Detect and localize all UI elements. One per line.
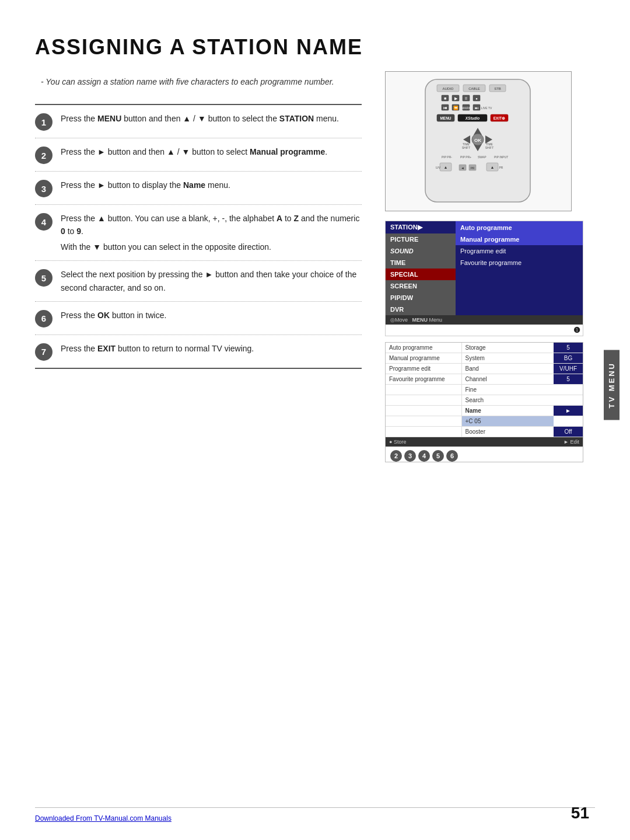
m2-channel-num-label: +C 05 (461, 416, 554, 427)
m2-band-value: V/UHF (554, 364, 583, 374)
menu-item-auto-programme: Auto programme (456, 221, 583, 233)
step-number-3: 3 (35, 180, 52, 197)
menu-item-dvr: DVR (386, 304, 456, 315)
svg-text:PR: PR (499, 166, 503, 169)
svg-text:OK: OK (474, 138, 481, 143)
step-number-6: 6 (35, 310, 52, 327)
remote-svg: AUDIO CABLE STB ■ ▶ II ● ⏮ ⏪ (390, 76, 565, 205)
circle-5: 5 (432, 450, 444, 462)
svg-text:EXIT⊕: EXIT⊕ (494, 116, 505, 120)
steps-section: 1 Press the MENU button and then ▲ / ▼ b… (35, 104, 362, 369)
menu2-edit: ► Edit (564, 439, 579, 445)
m2-booster-label: Booster (461, 427, 554, 437)
step-number-7: 7 (35, 343, 52, 361)
svg-text:◄: ◄ (461, 166, 464, 170)
m2-booster-value: Off (554, 427, 583, 437)
m2-auto-programme: Auto programme (386, 343, 461, 353)
step-number-1: 1 (35, 113, 52, 131)
step-number-5: 5 (35, 269, 52, 287)
m2-storage-value: 5 (554, 343, 583, 353)
m2-band-label: Band (461, 364, 554, 374)
tv-menu-vertical-label: TV MENU (604, 350, 620, 420)
svg-text:PR: PR (471, 166, 475, 170)
step-4-text: Press the ▲ button. You can use a blank,… (61, 212, 362, 253)
svg-text:⏪: ⏪ (453, 105, 459, 110)
svg-text:▲: ▲ (444, 165, 448, 169)
step-7-text: Press the EXIT button to return to norma… (61, 342, 254, 355)
left-content: - You can assign a station name with fiv… (35, 77, 362, 369)
page-number: 51 (571, 804, 589, 822)
step-5: 5 Select the next position by pressing t… (35, 261, 362, 302)
menu-item-favourite-programme: Favourite programme (456, 257, 583, 269)
menu-item-sound: SOUND (386, 245, 456, 257)
step-1-text: Press the MENU button and then ▲ / ▼ but… (61, 112, 339, 125)
menu1-annotation: ❶ (386, 325, 583, 336)
m2-fine-label: Fine (461, 385, 554, 395)
svg-text:⏮: ⏮ (443, 106, 447, 110)
circle-6: 6 (446, 450, 458, 462)
m2-name-label: Name (461, 406, 554, 416)
step-2: 2 Press the ► button and then ▲ / ▼ butt… (35, 138, 362, 172)
step-7: 7 Press the EXIT button to return to nor… (35, 335, 362, 369)
step-5-text: Select the next position by pressing the… (61, 268, 362, 294)
step-3-text: Press the ► button to display the Name m… (61, 179, 230, 191)
m2-favourite-programme: Favourite programme (386, 374, 461, 385)
m2-system-value: BG (554, 353, 583, 364)
page-title: ASSIGNING A STATION NAME (35, 35, 595, 60)
menu-table-1: STATION▶ Auto programme PICTURE Manual p… (386, 221, 583, 315)
svg-text:SWAP: SWAP (478, 155, 487, 159)
menu-item-manual-programme: Manual programme (456, 233, 583, 245)
circle-2: 2 (390, 450, 402, 462)
menu-item-screen: SCREEN (386, 280, 456, 292)
bottom-divider (35, 807, 595, 808)
menu2-footer: ● Store ► Edit (386, 437, 583, 447)
svg-text:LIVE TV: LIVE TV (481, 106, 492, 110)
m2-programme-edit: Programme edit (386, 364, 461, 374)
svg-text:MENU: MENU (440, 116, 451, 120)
svg-text:CABLE: CABLE (468, 87, 480, 90)
svg-text:AUDIO: AUDIO (442, 87, 453, 90)
menu-footer-1: ◎Move MENU Menu (386, 315, 583, 325)
step-number-4: 4 (35, 213, 52, 231)
svg-text:●: ● (475, 97, 478, 100)
menu-table-2: Auto programme Storage 5 Manual programm… (386, 343, 583, 437)
menu-item-picture: PICTURE (386, 233, 456, 245)
menu2-store: ● Store (389, 439, 406, 445)
menu-screenshot-1: STATION▶ Auto programme PICTURE Manual p… (385, 221, 583, 336)
menu-item-programme-edit: Programme edit (456, 245, 583, 257)
footer-link[interactable]: Downloaded From TV-Manual.com Manuals (35, 814, 172, 822)
menu-item-pipdw: PIP/DW (386, 292, 456, 304)
m2-manual-programme: Manual programme (386, 353, 461, 364)
svg-text:STB: STB (494, 87, 501, 90)
svg-text:⏭: ⏭ (475, 106, 478, 110)
svg-text:■: ■ (444, 96, 446, 100)
svg-text:SHIFT: SHIFT (485, 146, 494, 149)
remote-illustration: AUDIO CABLE STB ■ ▶ II ● ⏮ ⏪ (385, 71, 572, 211)
svg-text:PIP INPUT: PIP INPUT (494, 155, 508, 159)
m2-channel-label: Channel (461, 374, 554, 385)
step-6: 6 Press the OK button in twice. (35, 302, 362, 335)
svg-text:II: II (465, 96, 467, 100)
m2-name-value: ► (554, 406, 583, 416)
step-4-sub: With the ▼ button you can select in the … (61, 241, 362, 253)
step-circles-annotation: 2 3 4 5 6 (390, 450, 583, 462)
step-1: 1 Press the MENU button and then ▲ / ▼ b… (35, 105, 362, 138)
menu-item-special: SPECIAL (386, 269, 456, 280)
svg-text:U/V: U/V (436, 166, 441, 169)
menu-item-station: STATION▶ (386, 221, 456, 233)
subtitle: - You can assign a station name with fiv… (35, 77, 362, 86)
circle-4: 4 (418, 450, 430, 462)
menu-screenshot-2: Auto programme Storage 5 Manual programm… (385, 342, 583, 462)
m2-channel-value: 5 (554, 374, 583, 385)
m2-system-label: System (461, 353, 554, 364)
svg-text:MARK: MARK (461, 106, 471, 110)
step-2-text: Press the ► button and then ▲ / ▼ button… (61, 145, 327, 158)
circle-3: 3 (404, 450, 416, 462)
step-4: 4 Press the ▲ button. You can use a blan… (35, 205, 362, 261)
svg-text:▲: ▲ (491, 165, 495, 169)
svg-text:SHIFT: SHIFT (462, 146, 470, 149)
step-number-2: 2 (35, 147, 52, 164)
right-panel: AUDIO CABLE STB ■ ▶ II ● ⏮ ⏪ (385, 71, 595, 462)
m2-search-label: Search (461, 395, 554, 406)
m2-storage-label: Storage (461, 343, 554, 353)
